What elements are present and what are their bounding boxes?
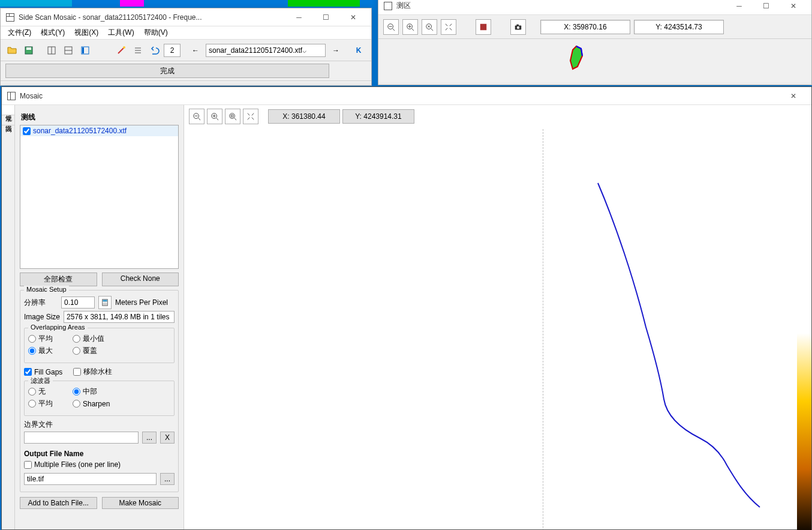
minimize-button[interactable]: ─ xyxy=(726,0,753,15)
calculator-icon[interactable] xyxy=(98,296,112,309)
prev-file-icon[interactable]: ← xyxy=(188,43,203,58)
canvas-area[interactable]: X: 361380.44 Y: 4243914.31 tile.tif xyxy=(184,105,811,529)
check-none-button[interactable]: Check None xyxy=(102,273,179,286)
overlap-max-radio[interactable]: 最大 xyxy=(28,346,62,356)
boundary-clear-button[interactable]: X xyxy=(160,432,175,444)
list-item-label: sonar_data211205172400.xtf xyxy=(33,127,127,135)
svg-rect-44 xyxy=(104,302,106,303)
viewport[interactable]: tile.tif xyxy=(184,129,811,529)
svg-rect-2 xyxy=(10,14,14,16)
layout1-icon[interactable] xyxy=(44,43,59,58)
preview-titlebar: 测区 ─ ☐ ✕ xyxy=(378,0,811,15)
list-item[interactable]: sonar_data211205172400.xtf xyxy=(20,125,178,136)
layout2-icon[interactable] xyxy=(61,43,76,58)
svg-rect-42 xyxy=(103,300,107,302)
output-browse-button[interactable]: ... xyxy=(160,473,175,485)
image-size-label: Image Size xyxy=(24,313,60,321)
svg-line-31 xyxy=(450,23,452,26)
menu-tools[interactable]: 工具(W) xyxy=(103,26,139,39)
svg-line-33 xyxy=(450,28,452,30)
preview-window: 测区 ─ ☐ ✕ X: 359870.16 Y: 4243514.73 xyxy=(378,0,812,85)
filter-middle-radio[interactable]: 中部 xyxy=(73,387,106,397)
zoom-fit-icon[interactable] xyxy=(225,109,240,124)
side-panel: 测线 sonar_data211205172400.xtf 全部检查 Check… xyxy=(15,105,184,529)
camera-icon[interactable] xyxy=(510,19,526,35)
overlap-avg-radio[interactable]: 平均 xyxy=(28,334,62,344)
canvas-x-coord: X: 361380.44 xyxy=(268,109,340,124)
tab-normal[interactable]: 常规 xyxy=(2,105,14,115)
svg-line-50 xyxy=(216,118,219,121)
fill-gaps-checkbox[interactable]: Fill Gaps xyxy=(24,368,62,376)
layout3-icon[interactable] xyxy=(77,43,93,58)
svg-rect-40 xyxy=(11,92,15,100)
k-tool-icon[interactable]: K xyxy=(351,43,366,58)
file-list[interactable]: sonar_data211205172400.xtf xyxy=(20,125,179,269)
zoom-in-icon[interactable] xyxy=(402,19,418,35)
svg-rect-39 xyxy=(8,92,10,100)
maximize-button[interactable]: ☐ xyxy=(312,8,339,26)
minimize-button[interactable]: ─ xyxy=(285,8,312,26)
boundary-input[interactable] xyxy=(24,432,139,444)
canvas-y-coord: Y: 4243914.31 xyxy=(342,109,414,124)
mosaic-titlebar: Mosaic ✕ xyxy=(2,87,811,105)
svg-rect-37 xyxy=(516,24,519,26)
extents-icon[interactable] xyxy=(441,19,456,35)
file-dropdown[interactable]: sonar_data211205172400.xtf ⌵ xyxy=(206,44,326,57)
sidescan-title: Side Scan Mosaic - sonar_data21120517240… xyxy=(19,13,285,22)
multiple-files-checkbox[interactable]: Multiple Files (one per line) xyxy=(24,460,121,469)
menu-help[interactable]: 帮助(V) xyxy=(139,26,173,39)
zoom-fit-icon[interactable] xyxy=(422,19,437,35)
svg-rect-5 xyxy=(26,47,31,50)
filter-avg-radio[interactable]: 平均 xyxy=(28,399,62,409)
close-button[interactable]: ✕ xyxy=(780,87,807,105)
boundary-browse-button[interactable]: ... xyxy=(142,432,157,444)
svg-line-56 xyxy=(248,113,250,116)
check-all-button[interactable]: 全部检查 xyxy=(20,273,97,286)
resolution-unit: Meters Per Pixel xyxy=(115,298,168,307)
close-button[interactable]: ✕ xyxy=(780,0,807,15)
boundary-label: 边界文件 xyxy=(24,420,175,430)
mosaic-title: Mosaic xyxy=(20,92,780,100)
make-mosaic-button[interactable]: Make Mosaic xyxy=(102,497,179,509)
open-icon[interactable] xyxy=(4,43,20,58)
page-input[interactable]: 2 xyxy=(164,44,181,57)
add-batch-button[interactable]: Add to Batch File... xyxy=(20,497,97,509)
output-file-input[interactable] xyxy=(24,473,157,485)
maximize-button[interactable]: ☐ xyxy=(753,0,780,15)
svg-point-13 xyxy=(123,46,125,49)
output-label: Output File Name xyxy=(24,450,175,458)
wand-icon[interactable] xyxy=(113,43,129,58)
zoom-out-icon[interactable] xyxy=(189,109,204,124)
preview-x-coord: X: 359870.16 xyxy=(540,20,630,34)
remove-water-checkbox[interactable]: 移除水柱 xyxy=(73,367,112,377)
extents-icon[interactable] xyxy=(243,109,258,124)
filter-sharpen-radio[interactable]: Sharpen xyxy=(73,400,110,408)
zoom-in-icon[interactable] xyxy=(207,109,222,124)
tab-advanced[interactable]: 高级 xyxy=(2,115,14,125)
menu-file[interactable]: 文件(Z) xyxy=(3,26,36,39)
undo-icon[interactable] xyxy=(147,43,163,58)
next-file-icon[interactable]: → xyxy=(328,43,344,58)
svg-line-59 xyxy=(252,118,254,120)
menu-view[interactable]: 视图(X) xyxy=(70,26,103,39)
finish-button[interactable]: 完成 xyxy=(5,64,329,78)
overlap-overwrite-radio[interactable]: 覆盖 xyxy=(73,346,106,356)
svg-line-12 xyxy=(118,47,124,53)
close-button[interactable]: ✕ xyxy=(339,8,366,26)
resolution-input[interactable] xyxy=(61,297,95,309)
zoom-out-icon[interactable] xyxy=(383,19,399,35)
canvas-toolbar: X: 361380.44 Y: 4243914.31 xyxy=(189,109,414,124)
preview-canvas[interactable] xyxy=(378,39,811,85)
menu-mode[interactable]: 模式(Y) xyxy=(36,26,70,39)
save-icon[interactable] xyxy=(21,43,37,58)
filter-none-radio[interactable]: 无 xyxy=(28,387,62,397)
svg-line-20 xyxy=(393,28,395,31)
list-item-checkbox[interactable] xyxy=(23,127,31,135)
list-icon[interactable] xyxy=(130,43,146,58)
overlap-min-radio[interactable]: 最小值 xyxy=(73,334,106,344)
trackline-path xyxy=(376,147,796,529)
mosaic-setup-group: Mosaic Setup 分辨率 Meters Per Pixel Image … xyxy=(20,290,179,492)
tracklines-heading: 测线 xyxy=(21,112,178,122)
grid-icon[interactable] xyxy=(476,19,491,35)
svg-point-36 xyxy=(517,26,519,28)
